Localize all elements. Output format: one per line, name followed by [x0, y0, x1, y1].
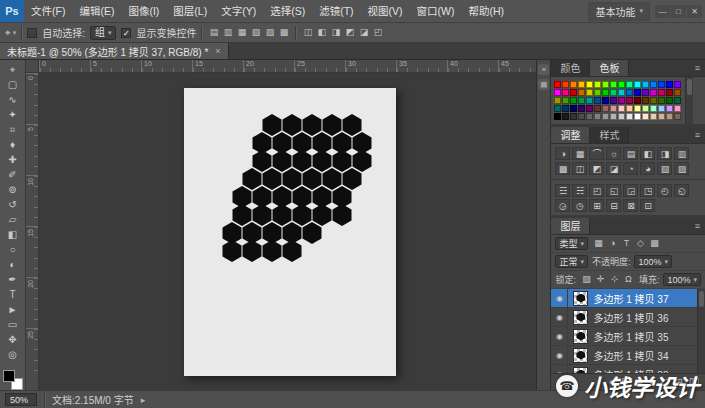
color-swatch[interactable] [674, 97, 681, 104]
style-icon[interactable]: ◴ [657, 184, 672, 197]
panel-menu-icon[interactable]: ≡ [690, 60, 705, 76]
style-icon[interactable]: ◲ [623, 184, 638, 197]
color-swatch[interactable] [658, 97, 665, 104]
distribute-left-icon[interactable]: ◩ [343, 26, 356, 39]
layer-row[interactable]: ◉ 多边形 1 拷贝 33 [551, 365, 705, 373]
scrollbar[interactable] [685, 77, 693, 124]
color-swatch[interactable] [658, 105, 665, 112]
show-transform-checkbox[interactable]: ✓ [121, 28, 131, 38]
align-right-icon[interactable]: ▦ [235, 26, 248, 39]
menu-edit[interactable]: 编辑(E) [72, 0, 121, 22]
distribute-bottom-icon[interactable]: ◨ [329, 26, 342, 39]
eraser-tool[interactable]: ▱ [2, 212, 24, 227]
tool-preset-picker[interactable]: ⌖ ▾ [5, 27, 16, 39]
color-swatch[interactable] [658, 81, 665, 88]
filter-pixel-layers-icon[interactable]: ▦ [592, 237, 605, 250]
layer-thumbnail[interactable] [573, 329, 588, 344]
layer-thumbnail[interactable] [573, 310, 588, 325]
swatches-tab[interactable]: 色板 [590, 60, 629, 76]
layer-visibility-icon[interactable]: ◉ [551, 346, 568, 364]
color-swatch[interactable] [594, 97, 601, 104]
lock-transparency-icon[interactable]: ▨ [580, 273, 593, 286]
color-swatch[interactable] [610, 105, 617, 112]
distribute-center-icon[interactable]: ◪ [357, 26, 370, 39]
color-swatch[interactable] [562, 81, 569, 88]
color-swatch[interactable] [642, 81, 649, 88]
fill-dropdown[interactable]: 100% ▾ [663, 273, 701, 286]
layer-row[interactable]: ◉ 多边形 1 拷贝 35 [551, 327, 705, 346]
color-swatch[interactable] [594, 89, 601, 96]
scrollbar[interactable] [697, 289, 705, 373]
color-swatch[interactable] [618, 97, 625, 104]
color-swatch[interactable] [570, 113, 577, 120]
swatches-tab[interactable]: 颜色 [551, 60, 590, 76]
style-icon[interactable]: ◵ [674, 184, 689, 197]
color-swatch[interactable] [642, 89, 649, 96]
color-swatch[interactable] [578, 89, 585, 96]
color-swatch[interactable] [594, 105, 601, 112]
shape-tool[interactable]: ▭ [2, 317, 24, 332]
style-icon[interactable]: ◳ [640, 184, 655, 197]
style-icon[interactable]: ☲ [555, 184, 570, 197]
color-swatch[interactable] [650, 97, 657, 104]
auto-select-checkbox[interactable] [27, 28, 37, 38]
color-swatch[interactable] [634, 89, 641, 96]
blur-tool[interactable]: ○ [2, 242, 24, 257]
color-swatch[interactable] [602, 113, 609, 120]
color-swatch[interactable] [562, 97, 569, 104]
color-swatch[interactable] [562, 113, 569, 120]
color-swatch[interactable] [666, 89, 673, 96]
color-swatch[interactable] [634, 113, 641, 120]
color-swatch[interactable] [666, 105, 673, 112]
blend-mode-dropdown[interactable]: 正常 ▾ [555, 255, 588, 268]
scrollbar-thumb[interactable] [699, 291, 704, 307]
distribute-top-icon[interactable]: ◫ [301, 26, 314, 39]
color-swatch[interactable] [594, 81, 601, 88]
color-swatch[interactable] [602, 81, 609, 88]
adjustment-icon[interactable]: ▦ [572, 147, 587, 160]
canvas-document[interactable] [184, 88, 396, 376]
add-layer-mask-icon[interactable]: ▣ [635, 377, 644, 387]
color-swatch[interactable] [610, 81, 617, 88]
style-icon[interactable]: ⊞ [589, 199, 604, 212]
color-swatch[interactable] [642, 97, 649, 104]
move-tool[interactable]: ⌖ [2, 62, 24, 77]
color-swatch[interactable] [626, 81, 633, 88]
adjustment-icon[interactable]: ◧ [640, 147, 655, 160]
style-icon[interactable]: ⊟ [606, 199, 621, 212]
color-swatch[interactable] [674, 105, 681, 112]
color-swatch[interactable] [666, 97, 673, 104]
layer-visibility-icon[interactable]: ◉ [551, 327, 568, 345]
color-swatch[interactable] [650, 113, 657, 120]
color-swatch[interactable] [666, 81, 673, 88]
color-swatch[interactable] [554, 81, 561, 88]
document-tab[interactable]: 未标题-1 @ 50% (多边形 1 拷贝 37, RGB/8) * × [0, 43, 229, 59]
layer-row[interactable]: ◉ 多边形 1 拷贝 37 [551, 289, 705, 308]
filter-type-layers-icon[interactable]: T [620, 237, 633, 250]
close-button[interactable]: ✕ [687, 5, 702, 18]
adjustment-icon[interactable]: ▨ [674, 162, 689, 175]
color-swatch[interactable] [562, 105, 569, 112]
crop-tool[interactable]: ⌗ [2, 122, 24, 137]
color-swatch[interactable] [626, 113, 633, 120]
opacity-dropdown[interactable]: 100% ▾ [634, 255, 672, 268]
color-swatch[interactable] [578, 81, 585, 88]
color-swatch[interactable] [610, 113, 617, 120]
zoom-level-field[interactable]: 50% [5, 393, 37, 406]
color-swatch[interactable] [562, 89, 569, 96]
menu-image[interactable]: 图像(I) [121, 0, 166, 22]
color-swatch[interactable] [586, 113, 593, 120]
color-swatch[interactable] [610, 89, 617, 96]
adjustment-icon[interactable]: ◔ [623, 162, 638, 175]
style-icon[interactable]: ◶ [555, 199, 570, 212]
link-layers-icon[interactable]: ∞ [609, 377, 615, 387]
status-expand-icon[interactable]: ▸ [141, 395, 146, 405]
adjustment-icon[interactable]: ▥ [674, 147, 689, 160]
color-swatch[interactable] [650, 89, 657, 96]
adjustment-icon[interactable]: ⌒ [589, 147, 604, 160]
layer-filter-dropdown[interactable]: 类型 ▾ [555, 237, 588, 250]
color-swatch[interactable] [578, 97, 585, 104]
adjustment-icon[interactable]: ▤ [623, 147, 638, 160]
menu-window[interactable]: 窗口(W) [410, 0, 462, 22]
color-swatch[interactable] [618, 105, 625, 112]
